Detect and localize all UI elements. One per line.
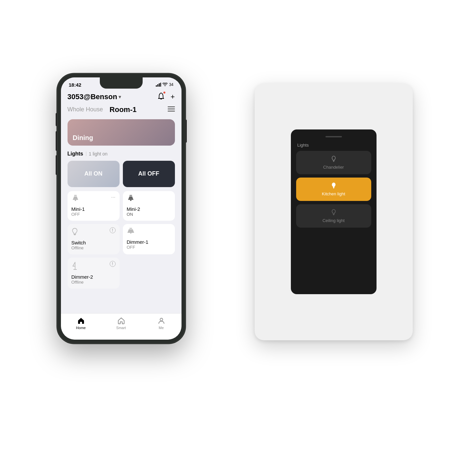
- all-off-button[interactable]: All OFF: [123, 161, 175, 187]
- room-tabs: Whole House Room-1: [61, 105, 182, 114]
- svg-rect-29: [333, 214, 334, 215]
- notification-bell-button[interactable]: [157, 92, 165, 101]
- device-name-mini1: Mini-1: [71, 206, 116, 212]
- device-grid: ··· Mini-1 OFF: [61, 191, 182, 289]
- room-card[interactable]: Dining: [68, 119, 175, 146]
- device-warning-dimmer2: !: [110, 261, 116, 267]
- switch-item-kitchen[interactable]: Kitchen light: [296, 178, 371, 201]
- device-warning-switch: !: [110, 227, 116, 233]
- device-card-mini1[interactable]: ··· Mini-1 OFF: [68, 191, 120, 221]
- ceiling-lamp-icon-mini2: [127, 195, 171, 204]
- wall-plate: Lights Chandelier Kitchen light: [255, 83, 413, 340]
- device-status-dimmer1: OFF: [127, 245, 171, 250]
- app-header: 3053@Benson ▾ +: [61, 90, 182, 105]
- device-name-dimmer1: Dimmer-1: [127, 239, 171, 245]
- floor-lamp-icon-dimmer2: [71, 262, 116, 272]
- home-nav-icon: [77, 317, 85, 325]
- room-menu-icon[interactable]: [168, 106, 175, 113]
- svg-rect-11: [129, 195, 132, 196]
- device-name-mini2: Mini-2: [127, 206, 171, 212]
- home-name-text: 3053@Benson: [68, 93, 117, 101]
- all-buttons: All ON All OFF: [61, 161, 182, 187]
- svg-rect-16: [74, 235, 75, 235]
- nav-smart-label: Smart: [116, 326, 126, 330]
- device-status-mini1: OFF: [71, 212, 116, 217]
- smart-nav-icon: [117, 317, 125, 325]
- room-card-label: Dining: [73, 134, 93, 142]
- volume-down-button: [56, 155, 57, 175]
- ceiling-light-label: Ceiling light: [322, 218, 345, 223]
- section-divider: [86, 152, 86, 156]
- lamp-svg: [71, 195, 79, 202]
- add-device-button[interactable]: +: [171, 93, 175, 101]
- svg-marker-8: [73, 196, 78, 200]
- svg-marker-12: [128, 196, 133, 200]
- svg-rect-7: [74, 195, 77, 196]
- svg-rect-0: [156, 85, 157, 87]
- device-status-dimmer2: Offline: [71, 280, 116, 285]
- chandelier-icon: [330, 155, 337, 163]
- floor-lamp-svg: [71, 262, 79, 270]
- kitchen-light-icon: [330, 182, 337, 189]
- power-button: [185, 120, 187, 143]
- scene: 18:42 34: [57, 57, 419, 419]
- svg-rect-28: [333, 214, 334, 215]
- switch-top-bar: [325, 136, 342, 137]
- mute-button: [56, 113, 57, 126]
- nav-smart[interactable]: Smart: [101, 317, 141, 330]
- tab-whole-house[interactable]: Whole House: [68, 106, 103, 113]
- lamp-svg-dimmer1: [127, 228, 135, 235]
- header-actions: +: [157, 92, 175, 101]
- device-menu-dots[interactable]: ···: [111, 194, 115, 200]
- svg-rect-17: [129, 228, 132, 229]
- device-status-switch: Offline: [71, 245, 116, 250]
- device-card-mini2[interactable]: Mini-2 ON: [123, 191, 175, 221]
- notification-dot: [163, 91, 166, 94]
- ceiling-lamp-icon-dimmer1: [127, 228, 171, 237]
- bulb-svg-switch: [71, 228, 78, 236]
- profile-nav-icon: [157, 317, 165, 325]
- bulb-icon-switch: [71, 228, 116, 238]
- device-card-dimmer2[interactable]: ! Dimmer-2 Offline: [68, 258, 120, 289]
- ceiling-lamp-icon: [71, 195, 116, 204]
- svg-rect-26: [333, 187, 334, 188]
- home-dropdown-arrow: ▾: [119, 94, 121, 99]
- svg-marker-18: [127, 229, 134, 233]
- tab-room1[interactable]: Room-1: [110, 105, 137, 114]
- device-name-switch: Switch: [71, 240, 116, 245]
- svg-rect-24: [333, 161, 334, 161]
- nav-me-label: Me: [159, 326, 164, 330]
- switch-item-ceiling[interactable]: Ceiling light: [296, 204, 371, 228]
- device-status-mini2: ON: [127, 212, 171, 217]
- bottom-nav: Home Smart Me: [61, 313, 182, 340]
- ceiling-light-icon: [330, 209, 337, 216]
- status-icons: 34: [156, 82, 173, 87]
- lights-subtitle: 1 light on: [89, 151, 108, 156]
- svg-point-23: [160, 318, 163, 321]
- svg-rect-4: [168, 106, 175, 107]
- all-on-button[interactable]: All ON: [68, 161, 120, 187]
- chandelier-label: Chandelier: [323, 165, 344, 170]
- battery-label: 34: [169, 82, 173, 87]
- phone-notch: [100, 77, 143, 89]
- svg-rect-25: [333, 161, 334, 162]
- switch-item-chandelier[interactable]: Chandelier: [296, 151, 371, 174]
- signal-icon: [156, 83, 161, 87]
- svg-rect-6: [168, 111, 175, 112]
- hamburger-icon: [168, 106, 175, 112]
- device-card-dimmer1[interactable]: Dimmer-1 OFF: [123, 224, 175, 254]
- switch-device: Lights Chandelier Kitchen light: [291, 129, 377, 294]
- switch-section-label: Lights: [296, 143, 371, 148]
- nav-home[interactable]: Home: [61, 317, 101, 330]
- kitchen-light-label: Kitchen light: [322, 191, 345, 196]
- volume-up-button: [56, 131, 57, 151]
- wifi-icon: [162, 83, 168, 87]
- lights-section-header: Lights 1 light on: [61, 151, 182, 157]
- nav-me[interactable]: Me: [141, 317, 182, 330]
- home-name-wrap[interactable]: 3053@Benson ▾: [68, 93, 121, 101]
- phone-screen: 18:42 34: [61, 77, 182, 340]
- device-card-switch[interactable]: ! Switch Offline: [68, 224, 120, 254]
- device-name-dimmer2: Dimmer-2: [71, 274, 116, 280]
- lamp-svg-mini2: [127, 195, 135, 202]
- svg-rect-2: [159, 83, 160, 87]
